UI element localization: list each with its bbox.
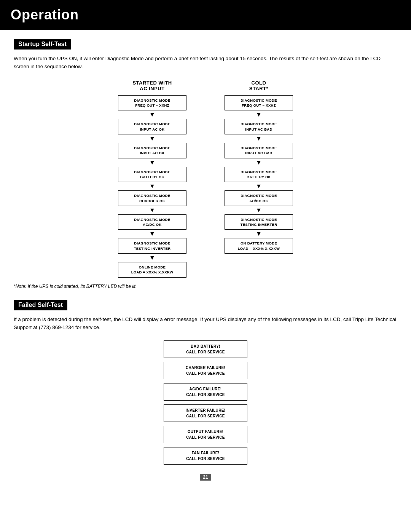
col1-arrow-1: ▼ [149, 136, 155, 142]
col1-arrow-6: ▼ [149, 255, 155, 261]
col2-arrow-3: ▼ [256, 183, 262, 189]
col1-box-7: ONLINE MODE LOAD = XXX% X.XXKW [118, 262, 186, 278]
col2-arrow-4: ▼ [256, 207, 262, 213]
col2-box-5: DIAGNOSTIC MODE TESTING INVERTER [225, 214, 293, 230]
col1-arrow-3: ▼ [149, 183, 155, 189]
col1-box-3: DIAGNOSTIC MODE BATTERY OK [118, 167, 186, 182]
col2-box-2: DIAGNOSTIC MODE INPUT AC BAD [225, 143, 293, 158]
col1-box-2: DIAGNOSTIC MODE INPUT AC OK [118, 143, 186, 158]
flow-column-ac: Started With AC Input DIAGNOSTIC MODE FR… [114, 80, 190, 278]
col1-arrow-5: ▼ [149, 231, 155, 237]
startup-note: *Note: If the UPS is cold started, its B… [14, 284, 397, 289]
col2-box-4: DIAGNOSTIC MODE AC/DC OK [225, 190, 293, 206]
col2-header: Cold Start* [249, 80, 268, 91]
main-content: Startup Self-Test When you turn the UPS … [0, 39, 411, 496]
failure-box-5: FAN FAILURE! CALL FOR SERVICE [164, 447, 247, 465]
flow-column-cold: Cold Start* DIAGNOSTIC MODE FREQ OUT = X… [221, 80, 297, 278]
page-header: Operation [0, 0, 411, 30]
col1-arrow-2: ▼ [149, 160, 155, 166]
page-title: Operation [11, 7, 400, 23]
failure-box-2: AC/DC FAILURE! CALL FOR SERVICE [164, 383, 247, 401]
failure-box-3: INVERTER FAILURE! CALL FOR SERVICE [164, 404, 247, 422]
col2-box-1: DIAGNOSTIC MODE INPUT AC BAD [225, 119, 293, 134]
col2-box-3: DIAGNOSTIC MODE BATTERY OK [225, 167, 293, 182]
startup-section: Startup Self-Test When you turn the UPS … [14, 39, 397, 289]
col1-box-6: DIAGNOSTIC MODE TESTING INVERTER [118, 238, 186, 254]
col1-box-4: DIAGNOSTIC MODE CHARGER OK [118, 190, 186, 206]
col1-box-5: DIAGNOSTIC MODE AC/DC OK [118, 214, 186, 230]
failed-section-title: Failed Self-Test [14, 300, 67, 310]
failure-box-0: BAD BATTERY! CALL FOR SERVICE [164, 340, 247, 358]
col1-box-0: DIAGNOSTIC MODE FREQ OUT = XXHz [118, 95, 186, 111]
col1-arrow-0: ▼ [149, 112, 155, 118]
col2-arrow-2: ▼ [256, 160, 262, 166]
col1-header: Started With AC Input [132, 80, 172, 91]
page-number: 21 [200, 474, 211, 481]
col2-box-6: ON BATTERY MODE LOAD = XXX% X.XXKW [225, 238, 293, 254]
col2-arrow-5: ▼ [256, 231, 262, 237]
failure-box-1: CHARGER FAILURE! CALL FOR SERVICE [164, 362, 247, 379]
flowchart: Started With AC Input DIAGNOSTIC MODE FR… [14, 80, 397, 278]
col2-arrow-0: ▼ [256, 112, 262, 118]
col2-arrow-1: ▼ [256, 136, 262, 142]
col1-box-1: DIAGNOSTIC MODE INPUT AC OK [118, 119, 186, 134]
failure-box-4: OUTPUT FAILURE! CALL FOR SERVICE [164, 426, 247, 443]
failure-boxes-list: BAD BATTERY! CALL FOR SERVICE CHARGER FA… [14, 340, 397, 465]
col1-arrow-4: ▼ [149, 207, 155, 213]
failed-section: Failed Self-Test If a problem is detecte… [14, 300, 397, 465]
page-number-container: 21 [14, 474, 397, 481]
failed-intro-text: If a problem is detected during the self… [14, 316, 397, 332]
col2-box-0: DIAGNOSTIC MODE FREQ OUT = XXHz [225, 95, 293, 111]
startup-intro-text: When you turn the UPS ON, it will enter … [14, 55, 397, 71]
startup-section-title: Startup Self-Test [14, 39, 71, 50]
